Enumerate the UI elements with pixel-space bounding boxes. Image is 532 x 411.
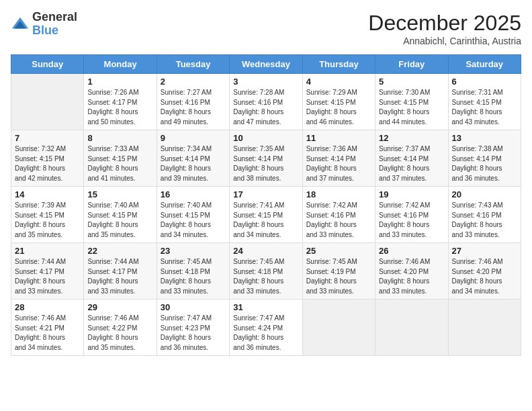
calendar-cell: 21Sunrise: 7:44 AMSunset: 4:17 PMDayligh… (11, 243, 84, 300)
day-info: Sunrise: 7:38 AMSunset: 4:14 PMDaylight:… (452, 144, 517, 183)
header-wednesday: Wednesday (230, 55, 302, 74)
calendar-cell: 16Sunrise: 7:40 AMSunset: 4:15 PMDayligh… (157, 187, 229, 243)
calendar-cell: 10Sunrise: 7:35 AMSunset: 4:14 PMDayligh… (230, 130, 302, 187)
day-info: Sunrise: 7:45 AMSunset: 4:18 PMDaylight:… (233, 257, 298, 296)
day-info: Sunrise: 7:41 AMSunset: 4:15 PMDaylight:… (233, 201, 298, 240)
calendar-cell (11, 74, 84, 130)
day-number: 4 (306, 77, 371, 87)
title-block: December 2025 Annabichl, Carinthia, Aust… (368, 11, 521, 46)
calendar-cell: 29Sunrise: 7:46 AMSunset: 4:22 PMDayligh… (84, 300, 157, 356)
day-number: 22 (87, 246, 152, 256)
calendar-cell: 6Sunrise: 7:31 AMSunset: 4:15 PMDaylight… (448, 74, 521, 130)
day-number: 27 (452, 246, 517, 256)
calendar-week-row: 1Sunrise: 7:26 AMSunset: 4:17 PMDaylight… (11, 74, 521, 130)
day-number: 3 (233, 77, 298, 87)
calendar-cell: 24Sunrise: 7:45 AMSunset: 4:18 PMDayligh… (230, 243, 302, 300)
day-number: 31 (233, 302, 298, 312)
calendar-cell: 8Sunrise: 7:33 AMSunset: 4:15 PMDaylight… (84, 130, 157, 187)
day-number: 8 (87, 133, 152, 143)
logo-text: General Blue (32, 11, 77, 38)
day-info: Sunrise: 7:31 AMSunset: 4:15 PMDaylight:… (452, 88, 517, 127)
day-info: Sunrise: 7:26 AMSunset: 4:17 PMDaylight:… (87, 88, 152, 127)
logo-blue-text: Blue (32, 24, 77, 38)
day-number: 5 (379, 77, 444, 87)
calendar-cell: 26Sunrise: 7:46 AMSunset: 4:20 PMDayligh… (375, 243, 448, 300)
day-number: 19 (379, 189, 444, 199)
day-number: 21 (15, 246, 80, 256)
calendar-table: SundayMondayTuesdayWednesdayThursdayFrid… (11, 54, 521, 356)
calendar-cell: 7Sunrise: 7:32 AMSunset: 4:15 PMDaylight… (11, 130, 84, 187)
day-number: 12 (379, 133, 444, 143)
calendar-cell: 31Sunrise: 7:47 AMSunset: 4:24 PMDayligh… (230, 300, 302, 356)
day-number: 25 (306, 246, 371, 256)
day-number: 28 (15, 302, 80, 312)
day-number: 23 (161, 246, 226, 256)
month-title: December 2025 (368, 11, 521, 36)
header-tuesday: Tuesday (157, 55, 229, 74)
calendar-cell: 17Sunrise: 7:41 AMSunset: 4:15 PMDayligh… (230, 187, 302, 243)
day-number: 13 (452, 133, 517, 143)
day-info: Sunrise: 7:39 AMSunset: 4:15 PMDaylight:… (15, 201, 80, 240)
day-info: Sunrise: 7:34 AMSunset: 4:14 PMDaylight:… (161, 144, 226, 183)
calendar-week-row: 28Sunrise: 7:46 AMSunset: 4:21 PMDayligh… (11, 300, 521, 356)
day-info: Sunrise: 7:36 AMSunset: 4:14 PMDaylight:… (306, 144, 371, 183)
day-info: Sunrise: 7:27 AMSunset: 4:16 PMDaylight:… (161, 88, 226, 127)
calendar-cell: 12Sunrise: 7:37 AMSunset: 4:14 PMDayligh… (375, 130, 448, 187)
calendar-cell: 3Sunrise: 7:28 AMSunset: 4:16 PMDaylight… (230, 74, 302, 130)
calendar-cell: 28Sunrise: 7:46 AMSunset: 4:21 PMDayligh… (11, 300, 84, 356)
day-number: 2 (161, 77, 226, 87)
day-number: 29 (87, 302, 152, 312)
logo-icon (11, 15, 30, 34)
day-info: Sunrise: 7:45 AMSunset: 4:18 PMDaylight:… (161, 257, 226, 296)
calendar-cell: 19Sunrise: 7:42 AMSunset: 4:16 PMDayligh… (375, 187, 448, 243)
calendar-header-row: SundayMondayTuesdayWednesdayThursdayFrid… (11, 55, 521, 74)
day-number: 1 (87, 77, 152, 87)
day-number: 16 (161, 189, 226, 199)
day-number: 10 (233, 133, 298, 143)
calendar-week-row: 7Sunrise: 7:32 AMSunset: 4:15 PMDaylight… (11, 130, 521, 187)
calendar-cell: 4Sunrise: 7:29 AMSunset: 4:15 PMDaylight… (302, 74, 375, 130)
header-saturday: Saturday (448, 55, 521, 74)
calendar-cell (448, 300, 521, 356)
calendar-cell: 22Sunrise: 7:44 AMSunset: 4:17 PMDayligh… (84, 243, 157, 300)
logo: General Blue (11, 11, 77, 38)
day-info: Sunrise: 7:47 AMSunset: 4:23 PMDaylight:… (161, 314, 226, 353)
day-info: Sunrise: 7:29 AMSunset: 4:15 PMDaylight:… (306, 88, 371, 127)
day-info: Sunrise: 7:42 AMSunset: 4:16 PMDaylight:… (306, 201, 371, 240)
calendar-cell: 20Sunrise: 7:43 AMSunset: 4:16 PMDayligh… (448, 187, 521, 243)
day-number: 17 (233, 189, 298, 199)
day-number: 20 (452, 189, 517, 199)
calendar-cell: 18Sunrise: 7:42 AMSunset: 4:16 PMDayligh… (302, 187, 375, 243)
day-info: Sunrise: 7:46 AMSunset: 4:20 PMDaylight:… (379, 257, 444, 296)
day-info: Sunrise: 7:43 AMSunset: 4:16 PMDaylight:… (452, 201, 517, 240)
page-header: General Blue December 2025 Annabichl, Ca… (11, 11, 521, 46)
day-info: Sunrise: 7:40 AMSunset: 4:15 PMDaylight:… (87, 201, 152, 240)
calendar-week-row: 21Sunrise: 7:44 AMSunset: 4:17 PMDayligh… (11, 243, 521, 300)
calendar-week-row: 14Sunrise: 7:39 AMSunset: 4:15 PMDayligh… (11, 187, 521, 243)
day-info: Sunrise: 7:42 AMSunset: 4:16 PMDaylight:… (379, 201, 444, 240)
calendar-cell: 9Sunrise: 7:34 AMSunset: 4:14 PMDaylight… (157, 130, 229, 187)
day-info: Sunrise: 7:46 AMSunset: 4:20 PMDaylight:… (452, 257, 517, 296)
day-info: Sunrise: 7:40 AMSunset: 4:15 PMDaylight:… (161, 201, 226, 240)
calendar-cell: 30Sunrise: 7:47 AMSunset: 4:23 PMDayligh… (157, 300, 229, 356)
day-number: 24 (233, 246, 298, 256)
calendar-cell: 25Sunrise: 7:45 AMSunset: 4:19 PMDayligh… (302, 243, 375, 300)
calendar-cell: 2Sunrise: 7:27 AMSunset: 4:16 PMDaylight… (157, 74, 229, 130)
day-info: Sunrise: 7:35 AMSunset: 4:14 PMDaylight:… (233, 144, 298, 183)
day-info: Sunrise: 7:44 AMSunset: 4:17 PMDaylight:… (87, 257, 152, 296)
day-info: Sunrise: 7:44 AMSunset: 4:17 PMDaylight:… (15, 257, 80, 296)
day-info: Sunrise: 7:33 AMSunset: 4:15 PMDaylight:… (87, 144, 152, 183)
calendar-cell: 1Sunrise: 7:26 AMSunset: 4:17 PMDaylight… (84, 74, 157, 130)
day-info: Sunrise: 7:30 AMSunset: 4:15 PMDaylight:… (379, 88, 444, 127)
day-number: 14 (15, 189, 80, 199)
day-info: Sunrise: 7:47 AMSunset: 4:24 PMDaylight:… (233, 314, 298, 353)
header-sunday: Sunday (11, 55, 84, 74)
calendar-cell: 14Sunrise: 7:39 AMSunset: 4:15 PMDayligh… (11, 187, 84, 243)
calendar-cell (375, 300, 448, 356)
logo-general-text: General (32, 11, 77, 24)
day-number: 18 (306, 189, 371, 199)
day-info: Sunrise: 7:46 AMSunset: 4:21 PMDaylight:… (15, 314, 80, 353)
calendar-cell: 13Sunrise: 7:38 AMSunset: 4:14 PMDayligh… (448, 130, 521, 187)
day-info: Sunrise: 7:37 AMSunset: 4:14 PMDaylight:… (379, 144, 444, 183)
header-thursday: Thursday (302, 55, 375, 74)
